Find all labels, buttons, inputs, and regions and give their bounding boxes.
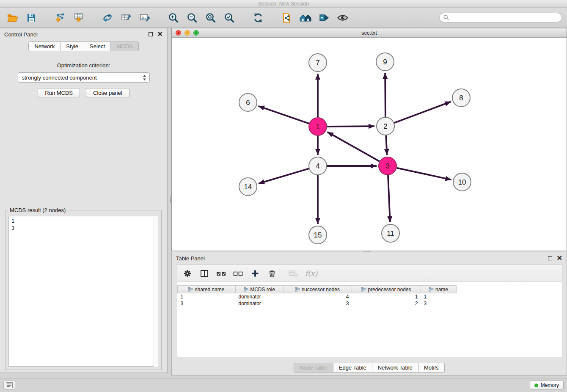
close-table-panel-icon[interactable]: ✕ xyxy=(557,256,562,260)
zoom-selected-button[interactable] xyxy=(222,10,237,25)
tab-edge-table[interactable]: Edge Table xyxy=(333,363,372,373)
graph-edge-3-1[interactable] xyxy=(328,132,380,161)
toolbar-separator xyxy=(156,17,162,18)
cell-shared-name[interactable]: 3 xyxy=(178,300,236,307)
minimize-window-icon[interactable]: − xyxy=(184,30,190,36)
close-panel-button[interactable]: Close panel xyxy=(86,88,129,97)
cell-MCDS-role[interactable]: dominator xyxy=(236,293,284,300)
cell-successor-nodes[interactable]: 4 xyxy=(284,293,352,300)
ndex-icon xyxy=(281,12,292,23)
cell-predecessor-nodes[interactable]: 2 xyxy=(352,300,421,307)
cell-name[interactable]: 1 xyxy=(421,293,457,300)
result-item[interactable]: 1 xyxy=(9,217,158,224)
graph-edge-3-11[interactable] xyxy=(388,175,390,222)
column-header-successor-nodes[interactable]: successor nodes xyxy=(284,286,352,293)
table-row[interactable]: 3dominator323 xyxy=(178,300,562,307)
cell-shared-name[interactable]: 1 xyxy=(178,293,236,300)
zoom-in-button[interactable] xyxy=(166,10,181,25)
save-button[interactable] xyxy=(24,10,39,25)
table-row[interactable]: 1dominator411 xyxy=(178,293,562,300)
style-button[interactable] xyxy=(317,10,332,25)
graph-node-1[interactable]: 1 xyxy=(309,118,327,135)
graph-node-label: 14 xyxy=(244,183,252,191)
graph-node-4[interactable]: 4 xyxy=(309,157,327,175)
graph-node-2[interactable]: 2 xyxy=(377,117,394,135)
result-scrollbar[interactable] xyxy=(154,216,158,367)
graph-edge-4-14[interactable] xyxy=(259,168,309,183)
zoom-window-icon[interactable]: + xyxy=(193,30,199,36)
criterion-dropdown[interactable]: strongly connected component xyxy=(18,72,150,83)
column-header-MCDS-role[interactable]: MCDS role xyxy=(236,286,284,293)
layout-refresh-button[interactable] xyxy=(250,10,266,25)
run-mcds-button[interactable]: Run MCDS xyxy=(38,88,80,97)
node-table-body: 1dominator4113dominator323 xyxy=(178,293,562,307)
panel-splitter-horizontal[interactable] xyxy=(363,249,371,251)
graph-node-3[interactable]: 3 xyxy=(379,157,396,175)
graph-node-7[interactable]: 7 xyxy=(309,54,327,72)
tab-motifs[interactable]: Motifs xyxy=(418,363,445,373)
graph-node-8[interactable]: 8 xyxy=(452,89,470,107)
result-item[interactable]: 3 xyxy=(9,224,158,232)
tab-mcds[interactable]: MCDS xyxy=(111,41,138,51)
zoom-fit-button[interactable] xyxy=(203,10,218,25)
cell-predecessor-nodes[interactable]: 1 xyxy=(352,293,421,300)
status-bar: Memory xyxy=(0,378,567,392)
home-button[interactable] xyxy=(298,10,313,25)
import-network-button[interactable] xyxy=(52,10,68,25)
import-table-button[interactable] xyxy=(71,10,86,25)
control-panel-tabs: NetworkStyleSelectMCDS xyxy=(0,41,167,51)
graph-node-14[interactable]: 14 xyxy=(239,178,257,196)
cell-successor-nodes[interactable]: 3 xyxy=(284,300,352,307)
graph-node-15[interactable]: 15 xyxy=(309,226,327,244)
export-image-button[interactable] xyxy=(137,10,152,25)
mcds-result-box: MCDS result (2 nodes) 13 xyxy=(5,210,162,370)
search-input[interactable] xyxy=(451,15,558,21)
memory-button[interactable]: Memory xyxy=(530,381,564,390)
columns-icon xyxy=(200,269,209,278)
zoom-out-button[interactable] xyxy=(184,10,200,25)
search-box[interactable] xyxy=(439,13,562,22)
open-button[interactable] xyxy=(5,10,20,25)
table-panel-tabs: Node TableEdge TableNetwork TableMotifs xyxy=(172,363,567,373)
tab-style[interactable]: Style xyxy=(61,41,84,51)
graph-edge-1-6[interactable] xyxy=(259,106,309,123)
panel-splitter-vertical[interactable] xyxy=(168,196,171,203)
add-button[interactable] xyxy=(250,268,260,279)
graph-node-10[interactable]: 10 xyxy=(453,173,471,191)
graph-edge-2-3[interactable] xyxy=(386,135,387,155)
trash-button[interactable] xyxy=(267,268,277,279)
graph-edge-2-9[interactable] xyxy=(385,73,385,117)
graph-edge-3-10[interactable] xyxy=(397,168,451,180)
network-view-window: scc.txt × − + 7968124314101511 xyxy=(171,28,567,251)
tab-network-table[interactable]: Network Table xyxy=(372,363,418,373)
ndex-button[interactable] xyxy=(279,10,295,25)
export-table-button[interactable] xyxy=(118,10,134,25)
float-panel-icon[interactable] xyxy=(149,32,153,36)
column-header-shared-name[interactable]: shared name xyxy=(178,286,236,293)
gear-button[interactable] xyxy=(182,268,193,279)
select-all-button[interactable] xyxy=(216,268,226,279)
export-network-button[interactable] xyxy=(100,10,115,25)
cell-MCDS-role[interactable]: dominator xyxy=(236,300,284,307)
cell-name[interactable]: 3 xyxy=(421,300,457,307)
column-label: shared name xyxy=(195,287,224,293)
column-header-name[interactable]: name xyxy=(421,286,457,293)
tab-node-table[interactable]: Node Table xyxy=(294,363,333,373)
graph-edge-2-8[interactable] xyxy=(394,102,451,123)
network-canvas[interactable]: 7968124314101511 xyxy=(172,38,567,251)
toggle-panels-button[interactable] xyxy=(3,381,15,390)
open-icon xyxy=(7,13,19,23)
close-panel-icon[interactable]: ✕ xyxy=(157,32,163,36)
tab-network[interactable]: Network xyxy=(28,41,61,51)
eye-button[interactable] xyxy=(335,10,350,25)
columns-button[interactable] xyxy=(199,268,209,279)
deselect-all-button[interactable] xyxy=(233,268,243,279)
float-table-panel-icon[interactable] xyxy=(548,256,552,260)
graph-edge-1-2[interactable] xyxy=(327,126,374,127)
graph-node-9[interactable]: 9 xyxy=(376,53,394,71)
tab-select[interactable]: Select xyxy=(84,41,111,51)
graph-node-11[interactable]: 11 xyxy=(382,224,399,242)
column-header-predecessor-nodes[interactable]: predecessor nodes xyxy=(352,286,421,293)
graph-node-6[interactable]: 6 xyxy=(239,94,257,111)
close-window-icon[interactable]: × xyxy=(176,30,181,36)
